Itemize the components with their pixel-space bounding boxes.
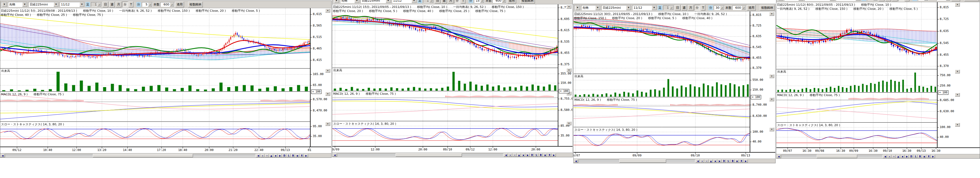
pane-dropdown-button[interactable]: ▼ — [325, 92, 330, 96]
multi-symbol-button[interactable]: 複数銘柄 — [964, 0, 979, 2]
spinner-icon[interactable]: ◿ — [502, 0, 506, 3]
chart-tool-button[interactable]: B — [918, 155, 922, 158]
count-spinner[interactable]: 600◿ — [160, 2, 175, 7]
chart-tool-button[interactable]: X — [927, 155, 931, 158]
scroll-thumb[interactable] — [619, 159, 666, 163]
chart-tool-button[interactable]: ▶ — [931, 155, 935, 158]
chart-area[interactable]: 日経225mini 11/12( 15分, 2011/09/05 - 2011/… — [332, 4, 558, 146]
scroll-left-button[interactable]: ◀ — [574, 159, 578, 163]
chart-tool-button[interactable]: ▲ — [517, 154, 521, 157]
chart-tool-button[interactable]: ◉ — [295, 154, 299, 157]
chart-tool-button[interactable]: ▪ — [713, 159, 717, 163]
period-week-button[interactable]: 週 — [109, 2, 115, 7]
spinner-icon[interactable]: ◿ — [741, 6, 746, 10]
apply-button[interactable]: 適用 — [175, 2, 184, 7]
chart-tool-button[interactable]: ＋ — [261, 154, 265, 157]
h-scrollbar[interactable]: ◀◀＋−▲▪▶DLB◉X▶ — [574, 159, 775, 163]
period-week-button[interactable]: 週 — [885, 0, 891, 2]
chart-tool-button[interactable]: ▶ — [905, 155, 909, 158]
chart-tool-button[interactable]: L — [726, 159, 730, 163]
window-menu-combo[interactable]: ▼ — [333, 0, 339, 3]
chart-tool-button[interactable]: ▶ — [744, 159, 748, 163]
bar-interval-spinner[interactable]: 1◿ — [663, 5, 674, 10]
pane-dropdown-button[interactable]: ▼ — [769, 74, 774, 78]
spinner-icon[interactable]: ◿ — [148, 2, 152, 6]
period-minute-button[interactable]: 分 — [454, 0, 460, 3]
bar-interval-spinner[interactable]: 1◿ — [423, 0, 434, 3]
scroll-left-button[interactable]: ◀ — [776, 155, 781, 158]
window-menu-combo[interactable]: ▼ — [574, 5, 581, 10]
h-scrollbar[interactable]: ◀◀＋−▲▪▶DLB◉X▶ — [0, 153, 331, 157]
chart-tool-button[interactable]: B — [539, 154, 543, 157]
pane-dropdown-button[interactable]: ▼ — [769, 98, 774, 101]
period-tick-button[interactable]: T — [905, 0, 910, 2]
chart-area[interactable]: 日経225mini 11/12( 30分, 2011/09/05 - 2011/… — [574, 11, 750, 152]
chart-tool-button[interactable]: L — [286, 154, 291, 157]
spinner-icon[interactable]: ◿ — [670, 6, 673, 10]
period-month-button[interactable]: 月 — [116, 2, 121, 7]
period-week-button[interactable]: 週 — [681, 5, 687, 11]
multi-symbol-button[interactable]: 複数銘柄 — [760, 5, 775, 11]
period-day-button[interactable]: 日 — [879, 0, 885, 2]
chart-tool-button[interactable]: ▶ — [304, 154, 308, 157]
chart-tool-button[interactable]: ▲ — [896, 155, 900, 158]
multi-symbol-button[interactable]: 複数銘柄 — [188, 2, 203, 7]
pane-dropdown-button[interactable]: ▼ — [955, 3, 960, 6]
chart-tool-button[interactable]: ◉ — [735, 159, 739, 163]
chart-tool-button[interactable]: − — [892, 155, 896, 158]
spinner-icon[interactable]: ◿ — [480, 0, 484, 3]
chart-tool-button[interactable]: ◀ — [256, 154, 260, 157]
pane-dropdown-button[interactable]: ▼ — [566, 122, 571, 125]
contract-select[interactable]: 11/12▼ — [392, 0, 417, 3]
chart-tool-button[interactable]: ＋ — [700, 159, 704, 163]
chart-tool-button[interactable]: ▶ — [278, 154, 282, 157]
scroll-thumb[interactable] — [817, 155, 857, 158]
chart-tool-button[interactable]: D — [282, 154, 286, 157]
chart-tool-button[interactable]: − — [705, 159, 709, 163]
multi-symbol-button[interactable]: 複数銘柄 — [520, 0, 535, 3]
symbol-select[interactable]: 日経225mini▼ — [28, 2, 59, 7]
spinner-icon[interactable]: ◿ — [924, 0, 928, 0]
window-menu-combo[interactable]: ▼ — [1, 2, 7, 7]
minute-spinner[interactable]: 60◿ — [918, 0, 929, 1]
period-tick-button[interactable]: T — [701, 5, 706, 11]
chart-tool-button[interactable]: L — [913, 155, 918, 158]
period-tick-button[interactable]: T — [129, 2, 134, 7]
period-week-button[interactable]: 週 — [441, 0, 447, 3]
scroll-thumb[interactable] — [396, 154, 462, 157]
apply-button[interactable]: 適用 — [951, 0, 960, 2]
apply-button[interactable]: 適用 — [747, 5, 756, 11]
count-spinner[interactable]: 600◿ — [492, 0, 507, 3]
chart-tool-button[interactable]: ◉ — [543, 154, 547, 157]
period-minute-button[interactable]: 分 — [122, 2, 128, 7]
symbol-select[interactable]: 日経225mini▼ — [601, 5, 631, 10]
chart-tool-button[interactable]: X — [547, 154, 552, 157]
chart-tool-button[interactable]: − — [512, 154, 517, 157]
spinner-icon[interactable]: ◿ — [170, 2, 174, 6]
period-minute-button[interactable]: 分 — [898, 0, 904, 2]
chart-tool-button[interactable]: ▪ — [900, 155, 905, 158]
bar-interval-spinner[interactable]: 1◿ — [91, 2, 102, 7]
pane-dropdown-button[interactable]: ▼ — [325, 122, 330, 126]
scroll-left-button[interactable]: ◀ — [332, 154, 337, 157]
period-day-button[interactable]: 日 — [675, 5, 681, 11]
spinner-icon[interactable]: ◿ — [720, 6, 724, 10]
chart-tool-button[interactable]: X — [300, 154, 304, 157]
pane-dropdown-button[interactable]: ▼ — [325, 9, 330, 13]
spinner-icon[interactable]: ◿ — [97, 2, 101, 6]
chart-tool-button[interactable]: B — [291, 154, 295, 157]
chart-tool-button[interactable]: B — [731, 159, 735, 163]
spinner-icon[interactable]: ◿ — [946, 0, 950, 0]
chart-tool-button[interactable]: ◀ — [883, 155, 887, 158]
category-select[interactable]: 先物▼ — [8, 2, 27, 7]
chart-tool-button[interactable]: ◀ — [504, 154, 508, 157]
category-select[interactable]: 先物▼ — [581, 5, 601, 10]
chart-tool-button[interactable]: ▶ — [718, 159, 722, 163]
count-spinner[interactable]: 600◿ — [937, 0, 951, 1]
pane-dropdown-button[interactable]: ▼ — [769, 12, 774, 16]
pane-dropdown-button[interactable]: ▼ — [955, 70, 960, 74]
chart-tool-button[interactable]: − — [265, 154, 269, 157]
minute-spinner[interactable]: 15◿ — [474, 0, 485, 3]
h-scrollbar[interactable]: ◀◀＋−▲▪▶DLB◉X▶ — [332, 152, 573, 157]
symbol-select[interactable]: 日経225mini▼ — [804, 0, 835, 1]
